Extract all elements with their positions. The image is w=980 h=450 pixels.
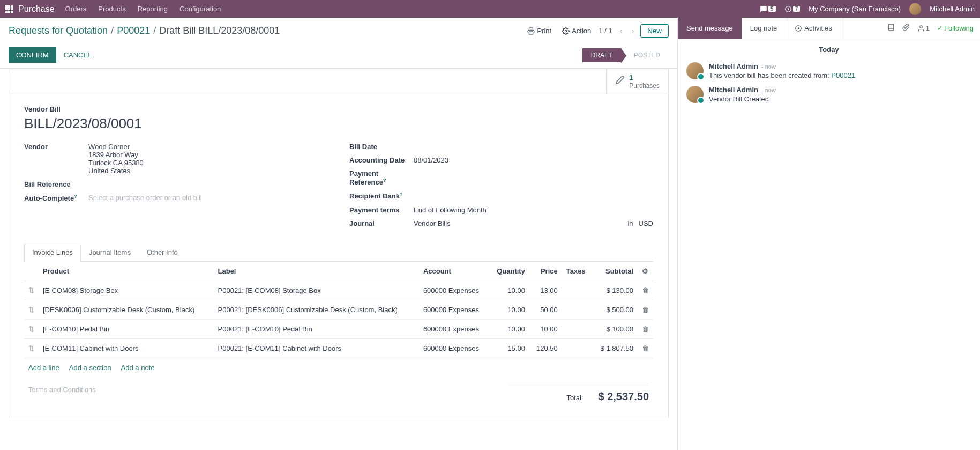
attachment-icon[interactable] xyxy=(902,24,910,33)
table-row[interactable]: ⇅ [E-COM11] Cabinet with Doors P00021: [… xyxy=(24,338,653,358)
col-product[interactable]: Product xyxy=(39,262,214,281)
cell-account[interactable]: 600000 Expenses xyxy=(419,338,489,358)
col-label[interactable]: Label xyxy=(214,262,419,281)
cell-taxes[interactable] xyxy=(562,281,593,300)
action-button[interactable]: Action xyxy=(559,25,594,37)
delete-row-icon[interactable]: 🗑 xyxy=(638,319,653,338)
tab-other-info[interactable]: Other Info xyxy=(139,244,186,261)
drag-handle-icon[interactable]: ⇅ xyxy=(24,319,39,338)
nav-products[interactable]: Products xyxy=(98,5,125,13)
nav-reporting[interactable]: Reporting xyxy=(138,5,168,13)
cell-price[interactable]: 120.50 xyxy=(529,338,562,358)
cell-label[interactable]: P00021: [E-COM11] Cabinet with Doors xyxy=(214,338,419,358)
col-quantity[interactable]: Quantity xyxy=(489,262,529,281)
messages-icon[interactable]: 5 xyxy=(760,5,776,13)
tab-journal-items[interactable]: Journal Items xyxy=(81,244,139,261)
delete-row-icon[interactable]: 🗑 xyxy=(638,281,653,300)
cancel-button[interactable]: CANCEL xyxy=(56,47,100,63)
accounting-date-field[interactable]: 08/01/2023 xyxy=(414,156,653,164)
msg-link[interactable]: P00021 xyxy=(831,71,855,79)
purchases-stat-button[interactable]: 1 Purchases xyxy=(606,69,668,94)
avatar[interactable] xyxy=(686,86,704,103)
label-payment-ref: Payment Reference? xyxy=(349,169,414,186)
crumb-root[interactable]: Requests for Quotation xyxy=(9,25,108,36)
columns-settings-icon[interactable]: ⚙ xyxy=(642,267,648,275)
cell-account[interactable]: 600000 Expenses xyxy=(419,319,489,338)
cell-account[interactable]: 600000 Expenses xyxy=(419,281,489,300)
cell-taxes[interactable] xyxy=(562,300,593,319)
add-line[interactable]: Add a line xyxy=(28,364,59,372)
help-icon[interactable]: ? xyxy=(383,178,386,183)
add-note[interactable]: Add a note xyxy=(121,364,155,372)
send-message-button[interactable]: Send message xyxy=(678,18,742,39)
drag-handle-icon[interactable]: ⇅ xyxy=(24,300,39,319)
cell-quantity[interactable]: 10.00 xyxy=(489,300,529,319)
nav-orders[interactable]: Orders xyxy=(65,5,87,13)
cell-product[interactable]: [E-COM10] Pedal Bin xyxy=(39,319,214,338)
auto-complete-field[interactable]: Select a purchase order or an old bill xyxy=(88,194,328,202)
cell-taxes[interactable] xyxy=(562,319,593,338)
status-draft[interactable]: DRAFT xyxy=(582,48,621,62)
book-icon[interactable] xyxy=(887,24,895,33)
vendor-field[interactable]: Wood Corner 1839 Arbor Way Turlock CA 95… xyxy=(88,143,328,175)
col-price[interactable]: Price xyxy=(529,262,562,281)
col-subtotal[interactable]: Subtotal xyxy=(592,262,638,281)
help-icon[interactable]: ? xyxy=(400,191,403,197)
cell-account[interactable]: 600000 Expenses xyxy=(419,300,489,319)
table-row[interactable]: ⇅ [DESK0006] Customizable Desk (Custom, … xyxy=(24,300,653,319)
user-avatar[interactable] xyxy=(909,3,921,15)
table-row[interactable]: ⇅ [E-COM10] Pedal Bin P00021: [E-COM10] … xyxy=(24,319,653,338)
cell-product[interactable]: [E-COM08] Storage Box xyxy=(39,281,214,300)
avatar[interactable] xyxy=(686,62,704,79)
cell-quantity[interactable]: 10.00 xyxy=(489,281,529,300)
cell-label[interactable]: P00021: [DESK0006] Customizable Desk (Cu… xyxy=(214,300,419,319)
top-nav: Purchase Orders Products Reporting Confi… xyxy=(0,0,980,18)
nav-configuration[interactable]: Configuration xyxy=(179,5,221,13)
msg-author[interactable]: Mitchell Admin xyxy=(709,62,758,70)
confirm-button[interactable]: CONFIRM xyxy=(9,47,56,63)
terms-field[interactable]: Terms and Conditions xyxy=(28,386,510,403)
add-section[interactable]: Add a section xyxy=(69,364,111,372)
status-posted[interactable]: POSTED xyxy=(621,48,669,62)
drag-handle-icon[interactable]: ⇅ xyxy=(24,338,39,358)
brand[interactable]: Purchase xyxy=(18,4,55,14)
crumb-parent[interactable]: P00021 xyxy=(117,25,150,36)
cell-label[interactable]: P00021: [E-COM10] Pedal Bin xyxy=(214,319,419,338)
table-row[interactable]: ⇅ [E-COM08] Storage Box P00021: [E-COM08… xyxy=(24,281,653,300)
followers-button[interactable]: 1 xyxy=(917,24,930,32)
cell-quantity[interactable]: 15.00 xyxy=(489,338,529,358)
payment-terms-field[interactable]: End of Following Month xyxy=(414,206,653,214)
pager-text[interactable]: 1 / 1 xyxy=(599,27,612,35)
company-switcher[interactable]: My Company (San Francisco) xyxy=(809,5,901,13)
cell-price[interactable]: 10.00 xyxy=(529,319,562,338)
col-taxes[interactable]: Taxes xyxy=(562,262,593,281)
pager-prev[interactable]: ‹ xyxy=(618,27,624,35)
doc-title[interactable]: BILL/2023/08/0001 xyxy=(24,115,653,132)
journal-currency[interactable]: USD xyxy=(639,219,653,227)
pager-next[interactable]: › xyxy=(630,27,636,35)
activities-button[interactable]: Activities xyxy=(786,18,841,39)
drag-handle-icon[interactable]: ⇅ xyxy=(24,281,39,300)
cell-product[interactable]: [DESK0006] Customizable Desk (Custom, Bl… xyxy=(39,300,214,319)
delete-row-icon[interactable]: 🗑 xyxy=(638,300,653,319)
activities-icon[interactable]: 7 xyxy=(784,5,801,13)
cell-label[interactable]: P00021: [E-COM08] Storage Box xyxy=(214,281,419,300)
print-button[interactable]: Print xyxy=(524,25,555,37)
tab-invoice-lines[interactable]: Invoice Lines xyxy=(24,244,81,262)
delete-row-icon[interactable]: 🗑 xyxy=(638,338,653,358)
journal-field[interactable]: Vendor Bills in USD xyxy=(414,219,653,227)
user-menu[interactable]: Mitchell Admin xyxy=(930,5,975,13)
cell-quantity[interactable]: 10.00 xyxy=(489,319,529,338)
col-account[interactable]: Account xyxy=(419,262,489,281)
new-button[interactable]: New xyxy=(640,24,669,38)
help-icon[interactable]: ? xyxy=(74,194,77,199)
cell-product[interactable]: [E-COM11] Cabinet with Doors xyxy=(39,338,214,358)
following-button[interactable]: ✓ Following xyxy=(937,24,974,32)
cell-price[interactable]: 13.00 xyxy=(529,281,562,300)
msg-author[interactable]: Mitchell Admin xyxy=(709,86,758,94)
cell-taxes[interactable] xyxy=(562,338,593,358)
apps-icon[interactable] xyxy=(5,5,13,13)
cell-price[interactable]: 50.00 xyxy=(529,300,562,319)
label-vendor: Vendor xyxy=(24,143,88,151)
log-note-button[interactable]: Log note xyxy=(742,18,786,39)
